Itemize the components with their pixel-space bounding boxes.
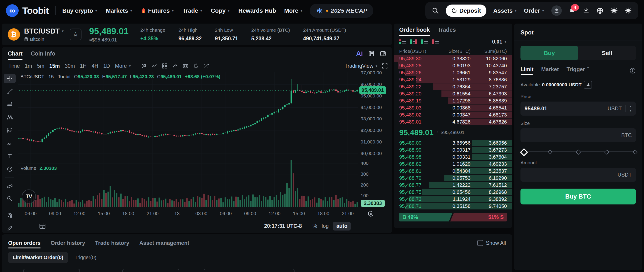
ask-row[interactable]: 95,489.200.615546.47393 — [394, 90, 512, 97]
tab-trade-history[interactable]: Trade history — [95, 238, 130, 249]
ask-row[interactable]: 95,489.241.531298.76886 — [394, 76, 512, 83]
nav-link-futures[interactable]: Futures▼ — [141, 7, 174, 14]
magnet-tool-icon[interactable] — [4, 211, 16, 220]
size-percent-slider[interactable] — [522, 148, 635, 155]
ask-row[interactable]: 95,489.300.3832010.82060 — [394, 55, 512, 62]
bid-row[interactable]: 95,488.710.351589.74050 — [394, 203, 512, 210]
ask-row[interactable]: 95,489.220.763647.23757 — [394, 83, 512, 90]
bid-row[interactable]: 95,488.821.016294.69233 — [394, 160, 512, 167]
slider-step-100[interactable] — [633, 150, 638, 155]
deposit-button[interactable]: Deposit — [446, 4, 486, 17]
bid-row[interactable]: 95,488.990.003173.67273 — [394, 146, 512, 153]
go-to-date-icon[interactable] — [39, 223, 46, 229]
ask-row[interactable]: 95,489.261.066619.83547 — [394, 69, 512, 76]
price-stepper[interactable]: ▲▼ — [626, 105, 632, 112]
nav-link-markets[interactable]: Markets▼ — [106, 7, 132, 14]
search-icon[interactable] — [432, 7, 439, 14]
tab-trades[interactable]: Trades — [438, 23, 456, 36]
precision-selector[interactable]: 0.01▼ — [492, 39, 507, 45]
bid-row[interactable]: 95,489.003.669563.66956 — [394, 139, 512, 146]
bid-row[interactable]: 95,488.750.654568.26968 — [394, 189, 512, 196]
toobit-logo-icon[interactable]: ∞ — [6, 4, 18, 17]
date-range-picker[interactable]: Start Date → End Date — [204, 269, 294, 272]
ask-row[interactable]: 95,489.030.003684.68541 — [394, 104, 512, 111]
snapshot-icon[interactable] — [180, 63, 191, 69]
share-icon[interactable] — [170, 63, 180, 69]
ai-assistant-icon[interactable]: Ai — [356, 50, 363, 57]
ruler-tool-icon[interactable] — [4, 181, 16, 190]
pencil-tool-icon[interactable] — [4, 224, 16, 233]
type-trigger[interactable]: Trigger▼ — [566, 66, 590, 75]
auto-scale-button[interactable]: auto — [333, 222, 350, 231]
sell-tab[interactable]: Sell — [578, 46, 636, 60]
nav-link-more[interactable]: More▼ — [284, 7, 303, 14]
favorite-star-icon[interactable]: ☆ — [70, 28, 82, 40]
theme-sun-icon[interactable] — [610, 7, 618, 14]
layout-grid-icon[interactable] — [160, 63, 170, 69]
profile-avatar[interactable] — [551, 5, 562, 16]
candle-style-icon[interactable] — [138, 63, 149, 69]
interval-15m[interactable]: 15m — [47, 63, 62, 69]
download-app-icon[interactable] — [583, 7, 590, 14]
depth-view-split-icon[interactable] — [410, 39, 417, 45]
parallel-lines-tool-icon[interactable] — [4, 100, 16, 109]
price-input[interactable]: 95489.01 USDT ▲▼ — [520, 102, 636, 116]
tradingview-logo[interactable]: TV — [22, 189, 36, 204]
settings-gear-icon[interactable] — [624, 7, 632, 14]
zoom-in-tool-icon[interactable] — [4, 194, 16, 203]
slider-step-25[interactable] — [548, 150, 553, 155]
candlestick-chart[interactable] — [18, 72, 358, 209]
brush-tool-icon[interactable] — [4, 138, 16, 148]
assets-menu[interactable]: Assets▼ — [493, 7, 517, 14]
amount-input[interactable]: USDT — [520, 168, 636, 182]
ask-row[interactable]: 95,489.020.003474.68173 — [394, 111, 512, 118]
interval-5m[interactable]: 5m — [34, 63, 47, 69]
emoji-tool-icon[interactable] — [4, 164, 16, 174]
show-all-toggle[interactable]: Show All — [477, 240, 506, 246]
axis-settings-icon[interactable] — [368, 210, 374, 217]
size-input[interactable]: BTC — [520, 128, 636, 142]
refresh-icon[interactable] — [191, 63, 201, 69]
time-axis[interactable]: 06:0009:0012:0015:0018:0021:001303:0006:… — [18, 209, 358, 218]
info-icon[interactable] — [630, 68, 636, 74]
price-axis[interactable]: 97,000.0096,000.0095,000.0094,000.0093,0… — [358, 72, 392, 233]
interval-1m[interactable]: 1m — [22, 63, 34, 69]
order-menu[interactable]: Order▼ — [524, 7, 544, 14]
interval-1d[interactable]: 1D — [101, 63, 112, 69]
show-all-checkbox[interactable] — [477, 240, 483, 246]
log-scale-button[interactable]: log — [322, 223, 329, 229]
recap-banner[interactable]: 2025 RECAP — [310, 4, 373, 18]
nav-link-buy-crypto[interactable]: Buy crypto▼ — [62, 7, 98, 14]
subtab-trigger[interactable]: Trigger(0) — [75, 255, 96, 261]
buy-tab[interactable]: Buy — [520, 46, 578, 60]
ask-row[interactable]: 95,489.014.678264.67826 — [394, 118, 512, 125]
trend-line-tool-icon[interactable] — [4, 87, 16, 96]
chart-clock[interactable]: 20:17:31 UTC-8 — [264, 223, 302, 229]
nav-link-copy[interactable]: Copy▼ — [211, 7, 230, 14]
ask-row[interactable]: 95,489.280.6019310.43740 — [394, 62, 512, 69]
bid-row[interactable]: 95,488.771.422227.61512 — [394, 182, 512, 189]
slider-step-50[interactable] — [576, 150, 581, 155]
pairs-filter-select[interactable]: All▼ — [122, 269, 179, 272]
text-tool-icon[interactable] — [4, 151, 16, 161]
depth-view-both-icon[interactable] — [399, 39, 406, 45]
notes-panel-icon[interactable] — [368, 51, 374, 57]
tab-open-orders[interactable]: Open orders — [8, 238, 41, 249]
interval-30m[interactable]: 30m — [62, 63, 78, 69]
indicators-icon[interactable] — [149, 63, 160, 69]
interval-4h[interactable]: 4H — [89, 63, 100, 69]
subtab-limit-market[interactable]: Limit/Market Order(0) — [8, 252, 68, 263]
transfer-icon[interactable] — [584, 81, 592, 89]
type-limit[interactable]: Limit — [520, 66, 534, 75]
chart-canvas-area[interactable]: BTC/USDT · 15 · Toobit O95,420.33H95,517… — [18, 72, 358, 233]
interval-more-button[interactable]: More▼ — [112, 63, 134, 69]
slider-handle[interactable] — [520, 148, 528, 156]
pair-selector[interactable]: BTC/USDT▼ — [24, 27, 64, 35]
tradingview-selector[interactable]: TradingView▼ — [345, 63, 378, 69]
depth-view-bids-icon[interactable] — [421, 39, 428, 45]
tab-order-book[interactable]: Order book — [399, 23, 430, 36]
slider-step-75[interactable] — [604, 150, 610, 155]
pattern-tool-icon[interactable] — [4, 113, 16, 122]
ask-row[interactable]: 95,489.191.172985.85839 — [394, 97, 512, 104]
depth-view-asks-icon[interactable] — [432, 39, 439, 45]
